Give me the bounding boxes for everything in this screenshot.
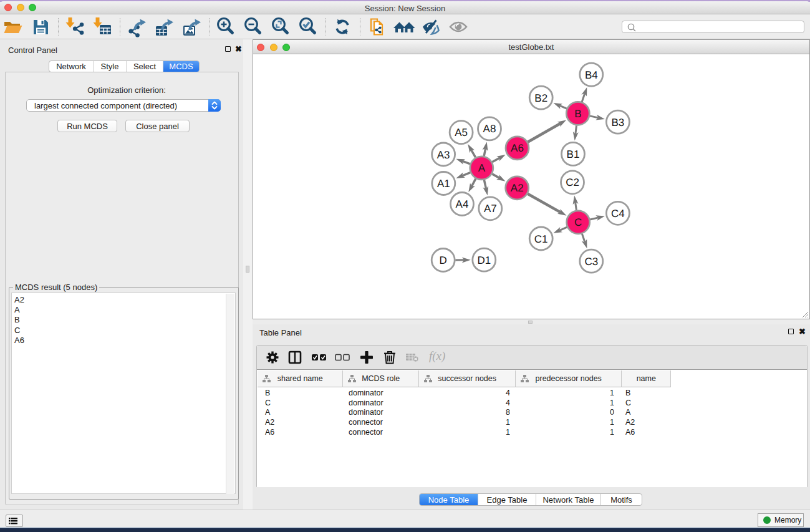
svg-text:D: D xyxy=(440,254,447,266)
svg-text:C1: C1 xyxy=(534,233,548,245)
svg-text:C3: C3 xyxy=(584,256,598,268)
svg-text:C4: C4 xyxy=(611,208,625,220)
svg-text:A3: A3 xyxy=(437,149,450,161)
svg-text:A8: A8 xyxy=(483,123,496,135)
svg-text:A5: A5 xyxy=(455,127,468,138)
svg-text:A1: A1 xyxy=(437,178,450,190)
svg-text:C: C xyxy=(574,216,582,228)
svg-text:A6: A6 xyxy=(511,142,524,154)
svg-text:A: A xyxy=(478,162,486,174)
svg-text:B1: B1 xyxy=(567,148,580,160)
svg-text:B3: B3 xyxy=(612,117,625,128)
svg-text:A4: A4 xyxy=(456,198,469,210)
svg-text:B4: B4 xyxy=(585,69,598,81)
svg-text:D1: D1 xyxy=(477,254,491,266)
svg-text:B: B xyxy=(574,108,581,120)
svg-text:C2: C2 xyxy=(566,177,579,188)
svg-text:A7: A7 xyxy=(484,203,497,215)
svg-text:B2: B2 xyxy=(534,92,547,104)
svg-text:A2: A2 xyxy=(511,182,524,194)
